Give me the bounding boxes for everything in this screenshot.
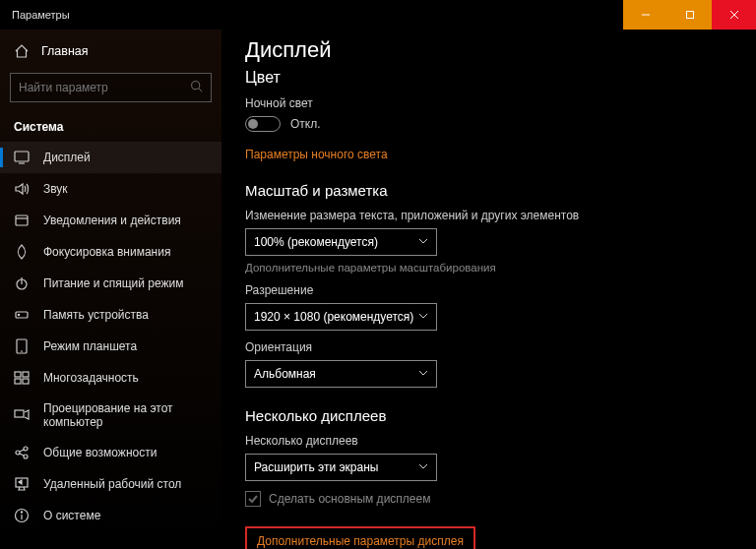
page-title: Дисплей [245,37,732,63]
nav-item-storage[interactable]: Память устройства [0,299,221,331]
notifications-icon [14,213,30,228]
display-icon [14,150,30,165]
orientation-dropdown[interactable]: Альбомная [245,360,437,388]
nightlight-state: Откл. [290,117,321,131]
shared-icon [14,445,30,460]
resolution-dropdown[interactable]: 1920 × 1080 (рекомендуется) [245,303,437,331]
chevron-down-icon [418,310,428,324]
nightlight-settings-link[interactable]: Параметры ночного света [245,148,388,161]
projecting-icon [14,407,30,423]
multi-display-value: Расширить эти экраны [254,460,378,474]
nav-label: Дисплей [43,151,91,164]
sound-icon [14,181,30,197]
window-controls [623,0,756,30]
nightlight-toggle[interactable] [245,116,281,132]
resolution-label: Разрешение [245,283,732,297]
maximize-button[interactable] [667,0,712,30]
home-label: Главная [41,44,89,58]
storage-icon [14,307,30,323]
make-primary-checkbox-row: Сделать основным дисплеем [245,491,732,507]
orientation-label: Ориентация [245,340,732,354]
sidebar: Главная Система Дисплей Звук Уведомления… [0,30,221,549]
make-primary-label: Сделать основным дисплеем [269,492,430,506]
color-heading: Цвет [245,69,732,87]
multi-display-heading: Несколько дисплеев [245,407,732,424]
svg-rect-17 [23,372,29,377]
make-primary-checkbox[interactable] [245,491,261,507]
about-icon [14,508,30,523]
section-label: Система [0,114,221,142]
search-input[interactable] [19,81,190,94]
svg-rect-8 [16,215,28,225]
advanced-display-link[interactable]: Дополнительные параметры дисплея [245,526,475,549]
close-button[interactable] [712,0,756,30]
search-icon [190,79,203,96]
svg-rect-1 [686,12,693,19]
svg-point-22 [24,447,28,451]
nav-item-display[interactable]: Дисплей [0,142,221,173]
chevron-down-icon [418,235,428,249]
nav-item-about[interactable]: О системе [0,500,221,531]
minimize-button[interactable] [623,0,667,30]
nav-label: Фокусировка внимания [43,245,170,259]
nav-item-shared[interactable]: Общие возможности [0,437,221,468]
remote-icon [14,476,30,492]
svg-line-24 [20,450,24,452]
nav-item-power[interactable]: Питание и спящий режим [0,268,221,299]
window-title: Параметры [0,9,623,21]
nav-item-notifications[interactable]: Уведомления и действия [0,205,221,236]
resolution-value: 1920 × 1080 (рекомендуется) [254,310,413,324]
scale-label: Изменение размера текста, приложений и д… [245,209,732,222]
svg-rect-16 [15,372,21,377]
nav-item-sound[interactable]: Звук [0,173,221,205]
nav-label: Звук [43,182,68,196]
nav-item-projecting[interactable]: Проецирование на этот компьютер [0,394,221,437]
nav-label: Питание и спящий режим [43,276,184,290]
home-icon [14,43,30,59]
multitask-icon [14,370,30,386]
search-box[interactable] [10,73,212,102]
nav-label: Удаленный рабочий стол [43,477,181,491]
nav-label: Уведомления и действия [43,214,181,227]
nav-item-multitask[interactable]: Многозадачность [0,362,221,394]
advanced-scaling-link[interactable]: Дополнительные параметры масштабирования [245,262,732,274]
scale-heading: Масштаб и разметка [245,182,732,199]
home-link[interactable]: Главная [0,37,221,65]
nav-item-focus[interactable]: Фокусировка внимания [0,236,221,268]
svg-point-23 [24,455,28,458]
nav-label: Память устройства [43,308,149,322]
svg-point-29 [21,512,22,513]
scale-value: 100% (рекомендуется) [254,235,378,249]
chevron-down-icon [418,367,428,381]
title-bar: Параметры [0,0,756,30]
scale-dropdown[interactable]: 100% (рекомендуется) [245,228,437,256]
nav-list: Дисплей Звук Уведомления и действия Фоку… [0,142,221,549]
svg-line-25 [20,454,24,456]
power-icon [14,275,30,291]
multi-display-dropdown[interactable]: Расширить эти экраны [245,454,437,481]
svg-rect-6 [15,152,29,161]
chevron-down-icon [418,460,428,474]
multi-display-label: Несколько дисплеев [245,434,732,448]
svg-point-13 [18,314,19,315]
nav-item-remote[interactable]: Удаленный рабочий стол [0,468,221,500]
svg-line-5 [199,89,202,92]
content-area: Дисплей Цвет Ночной свет Откл. Параметры… [221,30,756,549]
svg-rect-20 [15,410,24,417]
tablet-icon [14,338,30,354]
nightlight-label: Ночной свет [245,96,732,110]
svg-rect-18 [15,379,21,384]
svg-point-4 [192,82,200,90]
orientation-value: Альбомная [254,367,316,381]
svg-rect-12 [16,312,28,318]
nav-label: Общие возможности [43,446,157,459]
nav-label: О системе [43,509,100,522]
svg-rect-19 [23,379,29,384]
focus-icon [14,244,30,260]
nav-item-tablet[interactable]: Режим планшета [0,331,221,362]
nav-label: Проецирование на этот компьютер [43,401,208,429]
nav-label: Многозадачность [43,371,139,385]
nav-label: Режим планшета [43,339,137,353]
svg-point-21 [16,451,20,455]
